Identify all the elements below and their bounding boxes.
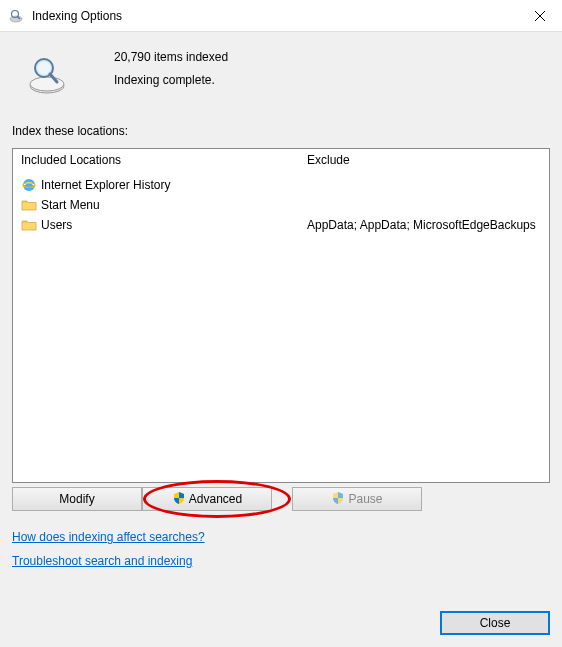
troubleshoot-link[interactable]: Troubleshoot search and indexing <box>12 549 192 573</box>
exclude-value <box>307 195 541 215</box>
close-icon[interactable] <box>517 0 562 32</box>
ie-icon <box>21 177 37 193</box>
help-links: How does indexing affect searches? Troub… <box>12 525 550 573</box>
how-indexing-affects-link[interactable]: How does indexing affect searches? <box>12 525 205 549</box>
included-locations-header: Included Locations <box>21 153 291 167</box>
svg-point-8 <box>38 62 51 75</box>
dialog-body: 20,790 items indexed Indexing complete. … <box>0 32 562 647</box>
status-area: 20,790 items indexed Indexing complete. <box>12 46 550 96</box>
items-indexed-count: 20,790 items indexed <box>114 46 228 69</box>
pause-button: Pause <box>292 487 422 511</box>
modify-button[interactable]: Modify <box>12 487 142 511</box>
indexing-options-icon <box>8 8 24 24</box>
location-name: Internet Explorer History <box>41 178 170 192</box>
location-name: Users <box>41 218 72 232</box>
pause-button-label: Pause <box>348 492 382 506</box>
list-item[interactable]: Internet Explorer History <box>21 175 291 195</box>
titlebar: Indexing Options <box>0 0 562 32</box>
close-button[interactable]: Close <box>440 611 550 635</box>
location-name: Start Menu <box>41 198 100 212</box>
shield-icon <box>172 491 186 508</box>
folder-icon <box>21 217 37 233</box>
locations-list[interactable]: Included Locations Internet Explorer His… <box>12 148 550 483</box>
advanced-button-label: Advanced <box>189 492 242 506</box>
magnifier-drive-icon <box>26 54 68 96</box>
exclude-value <box>307 175 541 195</box>
exclude-header: Exclude <box>307 153 541 167</box>
exclude-value: AppData; AppData; MicrosoftEdgeBackups <box>307 215 541 235</box>
shield-icon <box>331 491 345 508</box>
window-title: Indexing Options <box>32 9 517 23</box>
indexing-state: Indexing complete. <box>114 69 228 92</box>
svg-point-6 <box>30 77 64 91</box>
index-locations-label: Index these locations: <box>12 124 550 138</box>
list-item[interactable]: Start Menu <box>21 195 291 215</box>
folder-icon <box>21 197 37 213</box>
list-item[interactable]: Users <box>21 215 291 235</box>
buttons-row: Modify Advanced Pause <box>12 487 550 511</box>
advanced-button[interactable]: Advanced <box>142 487 272 511</box>
